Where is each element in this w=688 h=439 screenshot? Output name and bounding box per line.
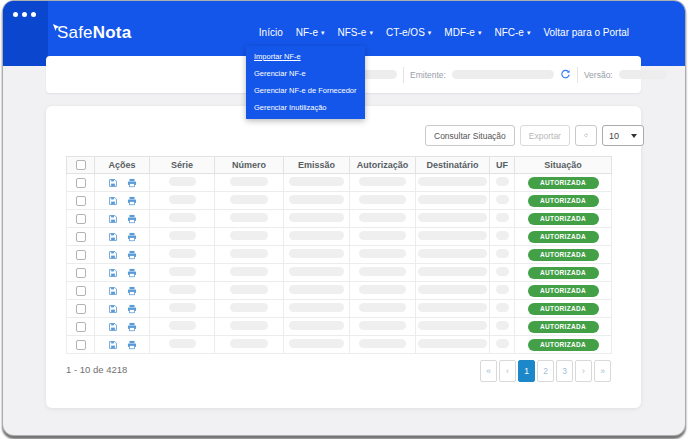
table-row: AUTORIZADA: [67, 246, 612, 264]
row-checkbox[interactable]: [76, 196, 86, 206]
nav-item-nfc-e[interactable]: NFC-e ▾: [494, 27, 530, 38]
row-checkbox[interactable]: [76, 322, 86, 332]
emitente-value-placeholder: [452, 70, 554, 79]
download-icon[interactable]: [108, 178, 118, 188]
print-icon[interactable]: [127, 286, 137, 296]
divider: [577, 67, 578, 83]
print-icon[interactable]: [127, 304, 137, 314]
column-header-situacao: Situação: [515, 157, 612, 174]
serie-placeholder: [169, 195, 196, 204]
numero-placeholder: [230, 303, 268, 312]
page-button-first[interactable]: «: [480, 360, 497, 382]
autorizacao-placeholder: [359, 195, 406, 204]
menu-item-label: Gerenciar NF-e de Fornecedor: [254, 86, 357, 95]
print-icon[interactable]: [127, 196, 137, 206]
download-icon[interactable]: [108, 304, 118, 314]
nav-item-label: MDF-e: [444, 27, 475, 38]
destinatario-placeholder: [418, 303, 487, 312]
print-icon[interactable]: [127, 232, 137, 242]
chevron-down-icon: ▾: [369, 29, 373, 37]
uf-placeholder: [496, 267, 509, 276]
nav-item-ct-e-os[interactable]: CT-e/OS ▾: [386, 27, 431, 38]
row-checkbox[interactable]: [76, 250, 86, 260]
page-size-select[interactable]: 10: [602, 125, 644, 146]
row-checkbox[interactable]: [76, 304, 86, 314]
window-control-dot[interactable]: [31, 12, 36, 17]
select-all-header: [67, 157, 95, 174]
print-icon[interactable]: [127, 322, 137, 332]
nav-item-label: NFS-e: [338, 27, 367, 38]
menu-item-gerenciar-nf-e[interactable]: Gerenciar NF-e: [246, 65, 365, 82]
download-icon[interactable]: [108, 322, 118, 332]
refresh-icon[interactable]: [560, 69, 571, 80]
select-all-checkbox[interactable]: [76, 160, 86, 170]
table-row: AUTORIZADA: [67, 282, 612, 300]
destinatario-placeholder: [418, 177, 487, 186]
nav-item-mdf-e[interactable]: MDF-e ▾: [444, 27, 481, 38]
destinatario-placeholder: [418, 321, 487, 330]
download-icon[interactable]: [108, 214, 118, 224]
download-icon[interactable]: [108, 286, 118, 296]
nav-item-label: NFC-e: [494, 27, 523, 38]
row-checkbox[interactable]: [76, 178, 86, 188]
row-checkbox[interactable]: [76, 286, 86, 296]
page-button-1[interactable]: 1: [518, 360, 535, 382]
uf-placeholder: [496, 321, 509, 330]
serie-placeholder: [169, 303, 196, 312]
nav-item-nfs-e[interactable]: NFS-e ▾: [338, 27, 373, 38]
download-icon[interactable]: [108, 268, 118, 278]
column-header-numero: Número: [215, 157, 284, 174]
menu-item-gerenciar-inutilizacao[interactable]: Gerenciar Inutilização: [246, 99, 365, 116]
page-button-last[interactable]: »: [594, 360, 611, 382]
page-button-prev[interactable]: ‹: [499, 360, 516, 382]
numero-placeholder: [230, 213, 268, 222]
row-checkbox[interactable]: [76, 268, 86, 278]
autorizacao-placeholder: [359, 267, 406, 276]
print-icon[interactable]: [127, 214, 137, 224]
row-checkbox[interactable]: [76, 232, 86, 242]
status-badge: AUTORIZADA: [528, 213, 599, 225]
destinatario-placeholder: [418, 231, 487, 240]
status-badge: AUTORIZADA: [528, 303, 599, 315]
download-icon[interactable]: [108, 196, 118, 206]
page-button-3[interactable]: 3: [556, 360, 573, 382]
download-icon[interactable]: [108, 340, 118, 350]
status-badge: AUTORIZADA: [528, 321, 599, 333]
refresh-button[interactable]: [575, 125, 597, 146]
nav-item-voltar-para-o-portal[interactable]: Voltar para o Portal: [543, 27, 629, 38]
print-icon[interactable]: [127, 250, 137, 260]
menu-item-gerenciar-nf-e-de-fornecedor[interactable]: Gerenciar NF-e de Fornecedor: [246, 82, 365, 99]
status-badge: AUTORIZADA: [528, 177, 599, 189]
serie-placeholder: [169, 339, 196, 348]
serie-placeholder: [169, 249, 196, 258]
row-checkbox[interactable]: [76, 340, 86, 350]
app-window: SafeNota Início NF-e ▾ NFS-e ▾ CT-e/OS ▾…: [2, 0, 686, 436]
autorizacao-placeholder: [359, 213, 406, 222]
pagination: «‹123›»: [480, 360, 611, 382]
consultar-situacao-button[interactable]: Consultar Situação: [425, 125, 515, 146]
column-header-uf: UF: [490, 157, 515, 174]
numero-placeholder: [230, 285, 268, 294]
nav-item-nf-e[interactable]: NF-e ▾: [296, 27, 325, 38]
numero-placeholder: [230, 267, 268, 276]
table-row: AUTORIZADA: [67, 318, 612, 336]
menu-item-importar-nf-e[interactable]: Importar NF-e: [246, 48, 365, 65]
print-icon[interactable]: [127, 340, 137, 350]
row-checkbox[interactable]: [76, 214, 86, 224]
print-icon[interactable]: [127, 178, 137, 188]
nav-item-inicio[interactable]: Início: [259, 27, 283, 38]
page-button-next[interactable]: ›: [575, 360, 592, 382]
filter-items: Emitente: Versão:: [345, 56, 667, 93]
chevron-down-icon: ▾: [428, 29, 432, 37]
status-badge: AUTORIZADA: [528, 285, 599, 297]
window-control-dot[interactable]: [13, 12, 18, 17]
autorizacao-placeholder: [359, 339, 406, 348]
page-button-2[interactable]: 2: [537, 360, 554, 382]
window-control-dot[interactable]: [22, 12, 27, 17]
download-icon[interactable]: [108, 250, 118, 260]
brand-logo: SafeNota: [57, 23, 131, 43]
download-icon[interactable]: [108, 232, 118, 242]
column-header-destinatario: Destinatário: [416, 157, 490, 174]
print-icon[interactable]: [127, 268, 137, 278]
exportar-button[interactable]: Exportar: [520, 125, 570, 146]
